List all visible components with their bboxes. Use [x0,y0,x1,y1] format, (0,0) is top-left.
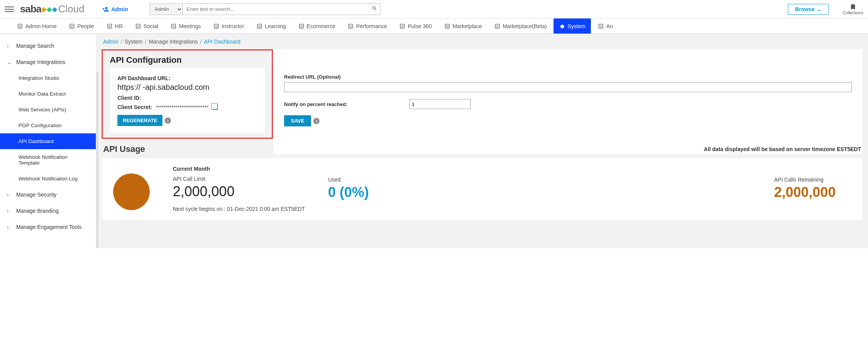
svg-rect-16 [172,24,176,28]
svg-point-13 [137,25,138,26]
logo-suffix-text: Cloud [58,3,84,15]
regenerate-button[interactable]: REGENERATE [117,115,162,126]
tab-social[interactable]: Social [130,19,164,34]
sidebar-item-label: Monitor Data Extract [18,91,66,97]
chevron-icon: › [7,208,12,214]
browse-button[interactable]: Browse ⌄ [788,4,829,15]
tab-admin-home[interactable]: Admin Home [12,19,62,34]
tab-label: Marketplace(Beta) [503,23,547,29]
used-stat: Used 0 (0%) [328,174,405,200]
breadcrumb-item[interactable]: API Dashboard [204,39,241,45]
tab-marketplace[interactable]: Marketplace [439,19,487,34]
usage-gauge-chart [113,173,150,210]
svg-point-14 [139,25,139,26]
sidebar-item-label: Webhook Notification Template [18,154,89,166]
primary-nav-tabs: Admin HomePeopleHRSocialMeetingsInstruct… [0,19,868,34]
sidebar-item-monitor-data-extract[interactable]: Monitor Data Extract [0,86,96,102]
save-button[interactable]: SAVE [284,115,311,126]
svg-rect-36 [400,24,405,28]
sidebar-item-api-dashboard[interactable]: API Dashboard [0,133,96,149]
tab-label: Meetings [179,23,201,29]
hamburger-menu-icon[interactable] [5,5,14,14]
svg-rect-0 [18,24,22,28]
tab-ecommerce[interactable]: Ecommerce [293,19,341,34]
svg-rect-20 [214,24,218,28]
search-icon [372,6,377,11]
info-icon[interactable]: i [165,118,171,124]
search-input[interactable] [183,4,369,15]
tab-pulse-360[interactable]: Pulse 360 [394,19,437,34]
collections-label: Collections [843,10,863,15]
api-usage-card: Current Month API Call Limit 2,000,000 N… [102,158,863,220]
sidebar-item-label: Integration Studio [18,75,59,81]
chevron-icon: ⌄ [7,59,12,65]
sidebar-item-web-services-apis-[interactable]: Web Services (APIs) [0,102,96,118]
sidebar-item-pgp-configuration[interactable]: PGP Configuration [0,118,96,133]
main-content: Admin/System/Manage Integrations/API Das… [96,34,868,248]
tab-hr[interactable]: HR [101,19,128,34]
next-cycle-note: Next cycle begins on : 01-Dec-2021 0:00 … [173,206,305,212]
api-limit-value: 2,000,000 [173,183,305,200]
svg-point-1 [19,25,20,26]
breadcrumb-separator: / [145,39,146,45]
info-icon[interactable]: i [313,118,319,124]
svg-rect-28 [299,24,303,28]
logo-brand-text: saba [20,3,41,15]
tab-learning[interactable]: Learning [251,19,291,34]
breadcrumb-item: Manage Integrations [149,39,198,45]
svg-point-17 [172,25,173,26]
client-secret-label: Client Secret: [117,104,152,110]
svg-rect-19 [172,27,174,27]
sidebar-item-manage-branding[interactable]: ›Manage Branding [0,203,96,219]
svg-point-21 [215,25,216,26]
breadcrumb-item[interactable]: Admin [103,39,119,45]
svg-rect-8 [107,24,112,28]
body-layout: ›Manage Search⌄Manage IntegrationsIntegr… [0,34,868,248]
search-button[interactable] [369,4,380,15]
breadcrumb-item: System [125,39,143,45]
tab-performance[interactable]: Performance [342,19,392,34]
tab-label: People [77,23,94,29]
current-month-label: Current Month [173,166,305,172]
svg-point-25 [258,25,259,26]
tab-label: An [606,23,613,29]
sidebar-item-manage-engagement-tools[interactable]: ›Manage Engagement Tools [0,219,96,235]
sidebar-item-manage-security[interactable]: ›Manage Security [0,187,96,203]
notify-percent-label: Notify on percent reached: [284,101,348,107]
sidebar-item-manage-integrations[interactable]: ⌄Manage Integrations [0,54,96,70]
svg-point-34 [351,25,352,26]
api-limit-label: API Call Limit [173,176,305,182]
sidebar-item-label: Manage Integrations [16,59,65,65]
tab-meetings[interactable]: Meetings [165,19,206,34]
notify-percent-input[interactable] [409,99,471,109]
tab-instructor[interactable]: Instructor [208,19,249,34]
sidebar-item-webhook-notification-template[interactable]: Webhook Notification Template [0,149,96,171]
sidebar-item-label: Manage Branding [16,208,59,214]
sidebar-item-webhook-notification-log[interactable]: Webhook Notification Log [0,171,96,187]
tab-marketplace-beta-[interactable]: Marketplace(Beta) [489,19,552,34]
search-scope-dropdown[interactable]: Admin [150,4,183,15]
api-config-section: API Configuration API Dashboard URL: htt… [96,49,868,144]
svg-point-9 [109,25,109,26]
global-search: Admin [150,3,381,15]
redirect-url-input[interactable] [284,82,852,92]
sidebar-item-integration-studio[interactable]: Integration Studio [0,70,96,86]
svg-point-18 [174,25,175,26]
sidebar-item-manage-search[interactable]: ›Manage Search [0,38,96,54]
copy-icon[interactable] [212,104,218,110]
remaining-value: 2,000,000 [774,184,851,200]
tab-system[interactable]: System [554,19,591,34]
tab-people[interactable]: People [64,19,100,34]
bookmark-icon [850,3,856,10]
limit-stat: Current Month API Call Limit 2,000,000 N… [173,166,305,212]
browse-label: Browse [795,6,815,12]
product-logo[interactable]: saba ◆◆◆ Cloud [20,3,84,15]
svg-rect-24 [258,24,262,28]
collections-button[interactable]: Collections [843,3,863,15]
client-secret-value: *************************** [156,104,209,110]
chevron-icon: › [7,192,12,198]
current-user-link[interactable]: Admin [102,6,128,13]
scrollbar-track[interactable] [96,72,99,248]
tab-an[interactable]: An [592,19,618,34]
svg-rect-31 [300,27,302,27]
